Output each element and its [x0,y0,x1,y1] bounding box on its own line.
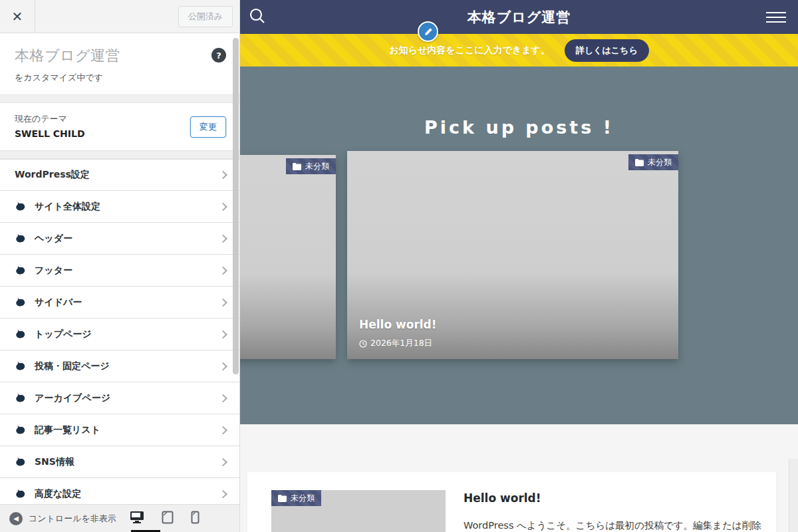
preview-scrollbar-track[interactable] [789,459,798,532]
whale-icon [15,201,26,212]
pencil-icon [424,27,433,37]
pickup-card-title: Hello world! [359,318,437,331]
tablet-icon [162,511,174,524]
category-badge-label: 未分類 [305,161,329,172]
pickup-card-left[interactable]: 未分類 [240,155,336,359]
post-list-card: 未分類 Hello world! WordPress へようこそ。こちらは最初の… [247,472,776,532]
menu-item-label: 投稿・固定ページ [35,360,110,372]
notice-detail-button[interactable]: 詳しくはこちら [565,39,649,62]
menu-item-label: ヘッダー [35,233,72,245]
change-theme-button[interactable]: 変更 [190,116,226,138]
post-body: Hello world! WordPress へようこそ。こちらは最初の投稿です… [446,490,776,532]
menu-item-label: フッター [35,265,72,277]
chevron-right-icon [219,458,227,466]
chevron-right-icon [219,362,227,370]
customizing-note: をカスタマイズ中です [15,72,225,84]
menu-item-label: SNS情報 [35,456,74,468]
section-divider [0,150,239,159]
whale-icon [15,457,26,467]
pickup-heading: Pick up posts ! [240,117,798,138]
close-icon[interactable]: ✕ [0,0,35,33]
whale-icon [15,329,26,340]
site-title[interactable]: 本格ブログ運営 [240,8,798,27]
whale-icon [15,425,26,436]
folder-icon [293,163,301,170]
current-theme-box: 現在のテーマ SWELL CHILD 変更 [0,103,239,150]
section-divider [0,94,239,103]
chevron-right-icon [219,234,227,243]
category-badge[interactable]: 未分類 [628,154,678,170]
category-badge-label: 未分類 [648,157,672,168]
menu-item-label: トップページ [35,329,92,340]
menu-item-label: アーカイブページ [35,392,110,404]
site-header: 本格ブログ運営 [240,0,798,34]
smartphone-icon [191,511,200,524]
menu-item-label: 高度な設定 [35,488,81,500]
chevron-right-icon [219,171,227,180]
whale-icon [15,361,26,372]
customizing-site-title: 本格ブログ運営 [15,46,225,66]
whale-icon [15,489,26,499]
category-badge[interactable]: 未分類 [286,158,336,174]
chevron-right-icon [219,202,227,211]
collapse-arrow-icon: ◀ [9,512,23,525]
chevron-right-icon [219,489,227,498]
menu-item-sidebar[interactable]: サイドバー [0,287,239,319]
mobile-preview-button[interactable] [190,509,201,527]
menu-item-label: 記事一覧リスト [35,424,100,436]
menu-item-top-page[interactable]: トップページ [0,319,239,350]
post-thumbnail[interactable]: 未分類 [271,490,446,532]
tablet-preview-button[interactable] [160,509,175,527]
publish-button[interactable]: 公開済み [178,6,233,27]
folder-icon [635,159,644,166]
menu-item-footer[interactable]: フッター [0,255,239,287]
pickup-card-date-text: 2026年1月18日 [370,338,432,349]
pickup-card-main[interactable]: 未分類 Hello world! 2026年1月18日 [347,151,678,359]
chevron-right-icon [219,330,227,338]
customizer-footer: ◀ コントロールを非表示 [0,504,239,532]
menu-item-label: WordPress設定 [15,169,90,181]
whale-icon [15,297,26,308]
edit-shortcut-button[interactable] [418,21,438,42]
category-badge-label: 未分類 [291,493,315,504]
category-badge[interactable]: 未分類 [271,490,321,506]
customizer-panel-head: 本格ブログ運営 ? をカスタマイズ中です [0,33,239,94]
content-area: 未分類 Hello world! WordPress へようこそ。こちらは最初の… [240,424,798,532]
folder-icon [278,495,287,502]
notice-text: お知らせ内容をここに入力できます。 [389,45,550,57]
menu-item-posts-pages[interactable]: 投稿・固定ページ [0,350,239,382]
site-preview: 本格ブログ運営 お知らせ内容をここに入力できます。 詳しくはこちら Pick u… [240,0,798,532]
chevron-right-icon [219,266,227,275]
hamburger-menu-icon[interactable] [766,9,786,25]
menu-item-sns[interactable]: SNS情報 [0,446,239,478]
hide-controls-button[interactable]: ◀ コントロールを非表示 [9,512,116,525]
customizer-menu: WordPress設定 サイト全体設定 ヘッダー フッター サイドバー トップペ… [0,159,239,510]
menu-item-archive-page[interactable]: アーカイブページ [0,382,239,414]
menu-item-wordpress-settings[interactable]: WordPress設定 [0,159,239,191]
hide-controls-label: コントロールを非表示 [29,513,116,525]
whale-icon [15,233,26,244]
device-preview-switcher [128,509,201,527]
customizer-sidebar: ✕ 公開済み 本格ブログ運営 ? をカスタマイズ中です 現在のテーマ SWELL… [0,0,240,532]
pickup-section: Pick up posts ! 未分類 未分類 Hello world! 202… [240,66,798,424]
menu-item-label: サイドバー [35,297,82,309]
whale-icon [15,265,26,276]
post-excerpt: WordPress へようこそ。こちらは最初の投稿です。編集または削除し、コンテ… [464,516,776,532]
clock-icon [359,340,367,348]
chevron-right-icon [219,298,227,307]
menu-item-header[interactable]: ヘッダー [0,223,239,255]
search-icon[interactable] [247,7,267,29]
chevron-right-icon [219,394,227,402]
sidebar-scrollbar[interactable] [233,38,239,374]
help-icon[interactable]: ? [211,48,226,63]
pickup-card-date: 2026年1月18日 [359,338,432,349]
desktop-icon [130,511,144,524]
whale-icon [15,393,26,404]
menu-item-post-list[interactable]: 記事一覧リスト [0,414,239,446]
desktop-preview-button[interactable] [128,509,146,527]
menu-item-site-settings[interactable]: サイト全体設定 [0,191,239,223]
menu-item-label: サイト全体設定 [35,201,100,213]
post-title[interactable]: Hello world! [464,491,776,505]
chevron-right-icon [219,426,227,434]
customizer-topbar: ✕ 公開済み [0,0,239,33]
